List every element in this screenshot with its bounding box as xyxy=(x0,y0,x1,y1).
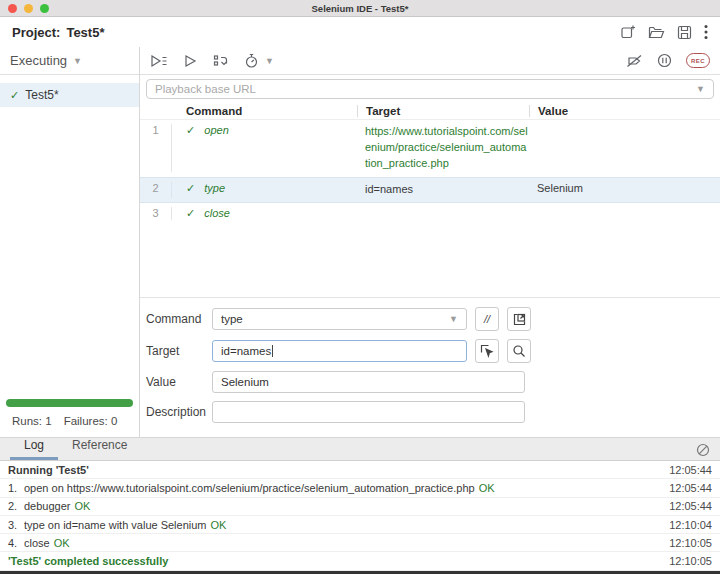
description-field-label: Description xyxy=(146,405,212,419)
project-menu-button[interactable] xyxy=(704,24,708,40)
base-url-input[interactable] xyxy=(155,83,690,95)
runs-count: Runs: 1 xyxy=(12,415,52,427)
window-title: Selenium IDE - Test5* xyxy=(0,3,720,14)
header-command[interactable]: Command xyxy=(172,105,357,117)
tests-filter-dropdown[interactable]: Executing ▼ xyxy=(0,47,139,75)
row-command: ✓ type xyxy=(172,182,357,198)
project-header: Project: Test5* xyxy=(0,17,720,47)
log-entry: 3. type on id=name with value Selenium O… xyxy=(0,516,720,534)
progress-bar xyxy=(6,399,133,407)
run-all-tests-button[interactable] xyxy=(150,54,168,68)
log-entry: 2. debugger OK 12:05:44 xyxy=(0,498,720,516)
log-timestamp: 12:10:05 xyxy=(669,537,712,549)
row-target: id=names xyxy=(357,182,529,198)
project-label: Project: xyxy=(12,25,60,40)
check-icon: ✓ xyxy=(10,89,19,102)
save-icon xyxy=(677,25,692,40)
chevron-down-icon: ▼ xyxy=(73,56,82,66)
step-over-button[interactable] xyxy=(213,54,228,68)
new-project-button[interactable] xyxy=(620,24,636,40)
log-timestamp: 12:10:04 xyxy=(669,519,712,531)
check-icon: ✓ xyxy=(186,124,198,136)
row-value: Selenium xyxy=(529,182,720,198)
log-entry: 1. open on https://www.tutorialspoint.co… xyxy=(0,479,720,497)
log-ok-status: OK xyxy=(75,500,91,512)
find-target-button[interactable] xyxy=(507,339,531,363)
check-icon: ✓ xyxy=(186,182,198,194)
tab-log[interactable]: Log xyxy=(10,434,58,460)
target-input[interactable]: id=names xyxy=(212,340,467,362)
row-target: https://www.tutorialspoint.com/selenium/… xyxy=(357,124,529,172)
run-all-icon xyxy=(150,54,168,68)
log-tabbar: Log Reference xyxy=(0,437,720,461)
text-cursor xyxy=(272,345,273,357)
base-url-row: ▼ xyxy=(140,75,720,102)
disable-breakpoints-button[interactable] xyxy=(626,54,643,68)
command-edit-form: Command type ▼ // Target id=names xyxy=(140,298,720,437)
command-field-label: Command xyxy=(146,312,212,326)
log-panel: Log Reference Running 'Test5' 12:05:44 1… xyxy=(0,437,720,574)
sidebar-item-test5[interactable]: ✓ Test5* xyxy=(0,83,139,107)
project-name: Test5* xyxy=(66,25,104,40)
step-over-icon xyxy=(213,54,228,68)
log-timestamp: 12:05:44 xyxy=(669,464,712,476)
run-summary: Runs: 1 Failures: 0 xyxy=(0,395,139,437)
chevron-down-icon: ▼ xyxy=(449,314,458,324)
open-folder-icon xyxy=(648,25,665,40)
tab-reference[interactable]: Reference xyxy=(58,434,141,460)
search-icon xyxy=(512,344,526,358)
row-command: ✓ close xyxy=(172,207,357,220)
run-current-test-button[interactable] xyxy=(184,54,197,68)
value-field-label: Value xyxy=(146,375,212,389)
toggle-comment-button[interactable]: // xyxy=(475,307,499,331)
failures-count: Failures: 0 xyxy=(64,415,118,427)
value-input[interactable]: Selenium xyxy=(212,371,525,393)
open-project-button[interactable] xyxy=(648,25,665,40)
log-ok-status: OK xyxy=(479,482,495,494)
table-row-selected[interactable]: 2 ✓ type id=names Selenium xyxy=(140,177,720,203)
row-value xyxy=(529,124,720,172)
base-url-field[interactable]: ▼ xyxy=(146,79,714,99)
select-target-button[interactable] xyxy=(475,339,499,363)
row-number: 3 xyxy=(140,207,172,220)
log-entries: Running 'Test5' 12:05:44 1. open on http… xyxy=(0,461,720,571)
main-area: Executing ▼ ✓ Test5* Runs: 1 Failures: 0 xyxy=(0,47,720,437)
target-field-label: Target xyxy=(146,344,212,358)
header-value[interactable]: Value xyxy=(529,105,720,117)
chevron-down-icon: ▼ xyxy=(265,56,274,66)
log-entry-success: 'Test5' completed successfully 12:10:05 xyxy=(0,552,720,570)
table-row[interactable]: 3 ✓ close xyxy=(140,203,720,225)
log-timestamp: 12:05:44 xyxy=(669,500,712,512)
record-button[interactable]: REC xyxy=(686,53,710,68)
row-number: 1 xyxy=(140,124,172,172)
row-target xyxy=(357,207,529,220)
description-input[interactable] xyxy=(212,401,525,423)
row-value xyxy=(529,207,720,220)
kebab-menu-icon xyxy=(704,24,708,40)
log-entry: 4. close OK 12:10:05 xyxy=(0,534,720,552)
row-command: ✓ open xyxy=(172,124,357,172)
command-select[interactable]: type ▼ xyxy=(212,308,467,330)
test-speed-button[interactable]: ▼ xyxy=(244,53,274,69)
commands-table: Command Target Value 1 ✓ open https://ww… xyxy=(140,102,720,298)
external-link-icon xyxy=(513,313,526,326)
clear-log-icon xyxy=(696,443,710,457)
tests-sidebar: Executing ▼ ✓ Test5* Runs: 1 Failures: 0 xyxy=(0,47,140,437)
log-entry: Running 'Test5' 12:05:44 xyxy=(0,461,720,479)
pause-on-exceptions-button[interactable] xyxy=(657,53,672,68)
row-number: 2 xyxy=(140,182,172,198)
table-row[interactable]: 1 ✓ open https://www.tutorialspoint.com/… xyxy=(140,120,720,177)
header-target[interactable]: Target xyxy=(357,105,529,117)
new-project-icon xyxy=(620,24,636,40)
open-in-new-window-button[interactable] xyxy=(507,307,531,331)
playback-toolbar: ▼ REC xyxy=(140,47,720,75)
table-header: Command Target Value xyxy=(140,102,720,120)
save-project-button[interactable] xyxy=(677,25,692,40)
play-icon xyxy=(184,54,197,68)
log-timestamp: 12:05:44 xyxy=(669,482,712,494)
clear-log-button[interactable] xyxy=(696,443,710,457)
tests-filter-label: Executing xyxy=(10,53,67,68)
test-name: Test5* xyxy=(25,88,58,102)
editor-area: ▼ REC xyxy=(140,47,720,437)
log-ok-status: OK xyxy=(54,537,70,549)
